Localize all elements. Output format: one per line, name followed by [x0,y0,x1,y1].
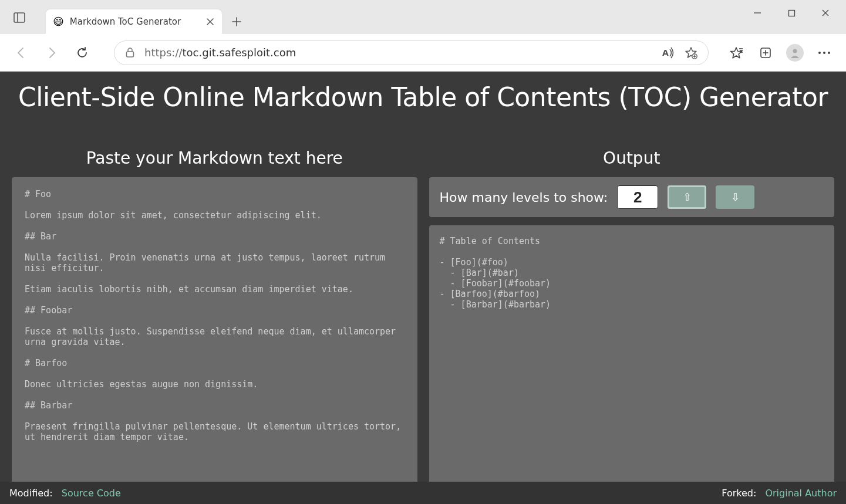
svg-point-13 [818,52,821,54]
maximize-button[interactable] [774,0,808,26]
toc-output[interactable]: # Table of Contents - [Foo](#foo) - [Bar… [429,225,835,498]
arrow-up-icon: ⇧ [683,191,692,204]
url-text: https://toc.git.safesploit.com [144,46,653,59]
tab-favicon: 😄 [53,16,64,27]
menu-icon[interactable] [811,40,838,66]
read-aloud-icon[interactable]: A [662,47,675,59]
avatar [786,44,804,62]
toolbar-right-icons [723,40,838,66]
favorites-icon[interactable] [723,40,750,66]
add-favorite-icon[interactable] [685,46,697,59]
output-column: Output How many levels to show: ⇧ ⇩ # Ta… [429,148,835,498]
tab-title: Markdown ToC Generator [70,16,200,27]
forked-label: Forked: [722,488,756,499]
page-content: Client-Side Online Markdown Table of Con… [0,72,846,504]
browser-chrome: 😄 Markdown ToC Generator h [0,0,846,72]
columns: Paste your Markdown text here # Foo Lore… [0,118,846,504]
collections-icon[interactable] [752,40,779,66]
levels-label: How many levels to show: [440,190,608,205]
forward-button[interactable] [39,40,65,66]
lock-icon [125,47,135,58]
levels-control: How many levels to show: ⇧ ⇩ [429,177,835,217]
svg-rect-3 [788,10,794,16]
svg-point-14 [823,52,825,54]
svg-point-12 [793,49,797,53]
svg-rect-0 [14,13,25,22]
input-column: Paste your Markdown text here # Foo Lore… [12,148,417,498]
titlebar: 😄 Markdown ToC Generator [0,0,846,34]
footer-right: Forked: Original Author [722,488,837,499]
window-controls [740,0,842,26]
profile-icon[interactable] [781,40,808,66]
url-host: toc.git.safesploit.com [183,46,296,59]
back-button[interactable] [8,40,34,66]
url-scheme: https:// [144,46,183,59]
source-code-link[interactable]: Source Code [62,488,121,499]
tab-actions-icon[interactable] [11,9,28,26]
input-heading: Paste your Markdown text here [12,148,417,177]
minimize-button[interactable] [740,0,774,26]
level-up-button[interactable]: ⇧ [668,185,706,209]
svg-rect-4 [127,52,134,57]
markdown-input[interactable]: # Foo Lorem ipsum dolor sit amet, consec… [12,177,417,498]
address-bar[interactable]: https://toc.git.safesploit.com A [114,40,709,65]
refresh-button[interactable] [69,40,95,66]
level-down-button[interactable]: ⇩ [716,185,754,209]
footer: Modified: Source Code Forked: Original A… [0,482,846,504]
output-heading: Output [429,148,835,177]
page-title: Client-Side Online Markdown Table of Con… [0,72,846,118]
footer-left: Modified: Source Code [9,488,121,499]
close-window-button[interactable] [808,0,842,26]
new-tab-button[interactable] [225,11,248,33]
close-tab-icon[interactable] [205,17,215,26]
browser-tab[interactable]: 😄 Markdown ToC Generator [46,9,222,34]
toolbar: https://toc.git.safesploit.com A [0,34,846,72]
svg-text:A: A [662,48,669,57]
modified-label: Modified: [9,488,53,499]
svg-point-15 [828,52,830,54]
original-author-link[interactable]: Original Author [765,488,837,499]
arrow-down-icon: ⇩ [731,191,740,204]
levels-input[interactable] [617,185,658,209]
